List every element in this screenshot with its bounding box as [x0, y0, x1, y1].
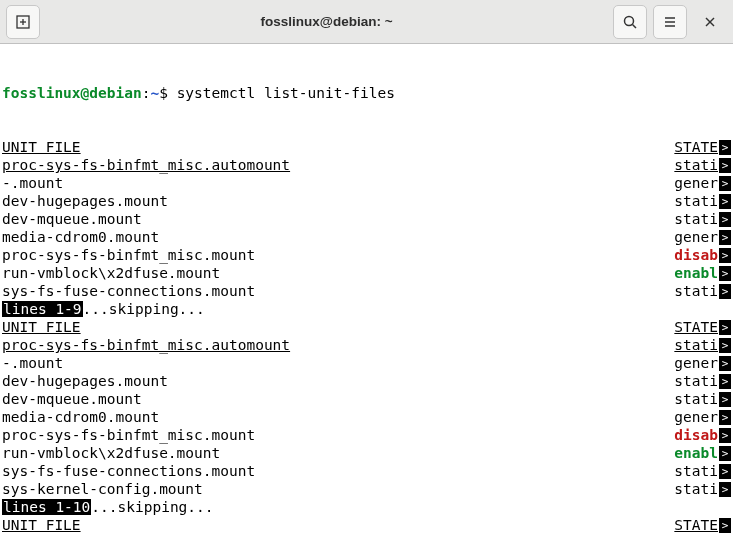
unit-row: sys-fs-fuse-connections.mountstati> — [2, 282, 731, 300]
unit-file-name: media-cdrom0.mount — [2, 228, 159, 246]
unit-state: gener — [674, 228, 718, 246]
unit-row: proc-sys-fs-binfmt_misc.automountstati> — [2, 156, 731, 174]
unit-state: disab — [674, 246, 718, 264]
header-unit-file: UNIT FILE — [2, 516, 81, 534]
unit-state: stati — [674, 336, 718, 354]
column-header: UNIT FILESTATE> — [2, 138, 731, 156]
unit-state: stati — [674, 156, 718, 174]
unit-row: run-vmblock\x2dfuse.mountenabl> — [2, 444, 731, 462]
unit-file-name: dev-mqueue.mount — [2, 390, 142, 408]
new-tab-icon — [15, 14, 31, 30]
window-title: fosslinux@debian: ~ — [46, 14, 607, 29]
svg-line-4 — [633, 24, 637, 28]
new-tab-button[interactable] — [6, 5, 40, 39]
unit-file-name: run-vmblock\x2dfuse.mount — [2, 264, 220, 282]
header-state: STATE — [674, 516, 718, 534]
unit-file-name: sys-fs-fuse-connections.mount — [2, 462, 255, 480]
unit-row: dev-hugepages.mountstati> — [2, 192, 731, 210]
truncation-arrow-icon: > — [719, 320, 731, 335]
prompt-line: fosslinux@debian:~$ systemctl list-unit-… — [2, 84, 731, 102]
truncation-arrow-icon: > — [719, 140, 731, 155]
column-header: UNIT FILESTATE> — [2, 318, 731, 336]
unit-state: stati — [674, 372, 718, 390]
truncation-arrow-icon: > — [719, 374, 731, 389]
prompt-path: ~ — [150, 85, 159, 101]
unit-file-name: dev-hugepages.mount — [2, 372, 168, 390]
unit-file-name: proc-sys-fs-binfmt_misc.mount — [2, 246, 255, 264]
unit-state: stati — [674, 462, 718, 480]
truncation-arrow-icon: > — [719, 158, 731, 173]
unit-state: stati — [674, 210, 718, 228]
truncation-arrow-icon: > — [719, 338, 731, 353]
unit-row: -.mountgener> — [2, 174, 731, 192]
truncation-arrow-icon: > — [719, 518, 731, 533]
unit-state: stati — [674, 390, 718, 408]
pager-status: lines 1-10...skipping... — [2, 498, 731, 516]
unit-row: -.mountgener> — [2, 354, 731, 372]
unit-file-name: dev-hugepages.mount — [2, 192, 168, 210]
pager-position: lines 1-9 — [2, 301, 83, 317]
truncation-arrow-icon: > — [719, 356, 731, 371]
unit-state: stati — [674, 480, 718, 498]
unit-file-name: sys-kernel-config.mount — [2, 480, 203, 498]
unit-file-name: -.mount — [2, 354, 63, 372]
unit-row: sys-fs-fuse-connections.mountstati> — [2, 462, 731, 480]
truncation-arrow-icon: > — [719, 446, 731, 461]
truncation-arrow-icon: > — [719, 266, 731, 281]
titlebar: fosslinux@debian: ~ — [0, 0, 733, 44]
unit-row: dev-mqueue.mountstati> — [2, 390, 731, 408]
truncation-arrow-icon: > — [719, 410, 731, 425]
menu-button[interactable] — [653, 5, 687, 39]
unit-file-name: run-vmblock\x2dfuse.mount — [2, 444, 220, 462]
unit-file-name: proc-sys-fs-binfmt_misc.mount — [2, 426, 255, 444]
truncation-arrow-icon: > — [719, 248, 731, 263]
close-button[interactable] — [693, 5, 727, 39]
unit-row: run-vmblock\x2dfuse.mountenabl> — [2, 264, 731, 282]
unit-file-name: -.mount — [2, 174, 63, 192]
header-state: STATE — [674, 138, 718, 156]
unit-state: disab — [674, 426, 718, 444]
unit-state: gener — [674, 408, 718, 426]
pager-status: lines 1-9...skipping... — [2, 300, 731, 318]
unit-state: enabl — [674, 264, 718, 282]
truncation-arrow-icon: > — [719, 284, 731, 299]
truncation-arrow-icon: > — [719, 392, 731, 407]
unit-file-name: proc-sys-fs-binfmt_misc.automount — [2, 156, 290, 174]
header-state: STATE — [674, 318, 718, 336]
truncation-arrow-icon: > — [719, 482, 731, 497]
close-icon — [703, 15, 717, 29]
unit-row: media-cdrom0.mountgener> — [2, 228, 731, 246]
pager-position: lines 1-10 — [2, 499, 91, 515]
command-text: systemctl list-unit-files — [177, 85, 395, 101]
unit-state: gener — [674, 174, 718, 192]
prompt-user-host: fosslinux@debian — [2, 85, 142, 101]
unit-file-name: proc-sys-fs-binfmt_misc.automount — [2, 336, 290, 354]
unit-row: dev-hugepages.mountstati> — [2, 372, 731, 390]
unit-file-name: media-cdrom0.mount — [2, 408, 159, 426]
truncation-arrow-icon: > — [719, 428, 731, 443]
unit-state: enabl — [674, 444, 718, 462]
terminal-output[interactable]: fosslinux@debian:~$ systemctl list-unit-… — [0, 44, 733, 535]
truncation-arrow-icon: > — [719, 176, 731, 191]
header-unit-file: UNIT FILE — [2, 138, 81, 156]
unit-file-name: sys-fs-fuse-connections.mount — [2, 282, 255, 300]
unit-state: stati — [674, 192, 718, 210]
unit-file-name: dev-mqueue.mount — [2, 210, 142, 228]
search-button[interactable] — [613, 5, 647, 39]
unit-row: sys-kernel-config.mountstati> — [2, 480, 731, 498]
truncation-arrow-icon: > — [719, 194, 731, 209]
search-icon — [622, 14, 638, 30]
truncation-arrow-icon: > — [719, 464, 731, 479]
column-header: UNIT FILESTATE> — [2, 516, 731, 534]
truncation-arrow-icon: > — [719, 212, 731, 227]
unit-row: proc-sys-fs-binfmt_misc.mountdisab> — [2, 426, 731, 444]
unit-row: media-cdrom0.mountgener> — [2, 408, 731, 426]
unit-state: stati — [674, 282, 718, 300]
unit-row: proc-sys-fs-binfmt_misc.automountstati> — [2, 336, 731, 354]
unit-row: dev-mqueue.mountstati> — [2, 210, 731, 228]
hamburger-icon — [662, 14, 678, 30]
unit-state: gener — [674, 354, 718, 372]
header-unit-file: UNIT FILE — [2, 318, 81, 336]
titlebar-right — [613, 5, 727, 39]
truncation-arrow-icon: > — [719, 230, 731, 245]
